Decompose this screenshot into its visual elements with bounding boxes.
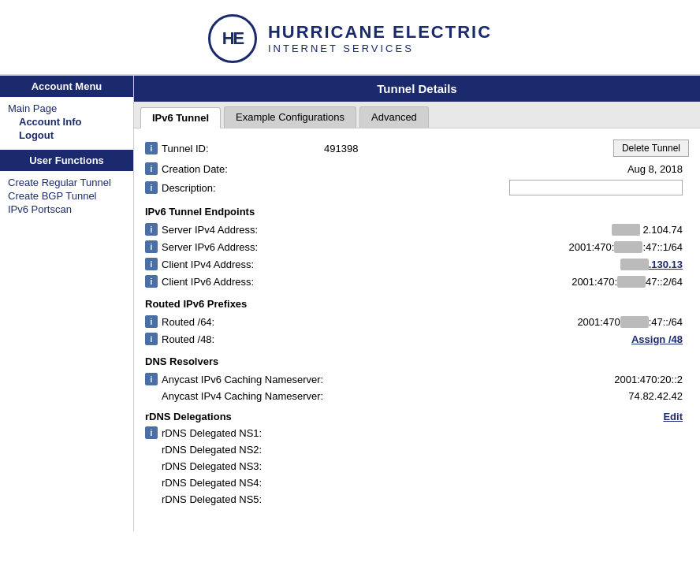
anycast-ipv6-icon: i bbox=[145, 373, 158, 385]
content-area: i Tunnel ID: 491398 Delete Tunnel i Crea… bbox=[134, 128, 700, 515]
anycast-ipv4-value: 74.82.42.42 bbox=[323, 390, 689, 402]
anycast-ipv6-value: 2001:470:20::2 bbox=[323, 374, 689, 385]
logo-icon: HE bbox=[208, 14, 257, 63]
tunnel-id-label: Tunnel ID: bbox=[162, 143, 319, 154]
server-ipv4-icon: i bbox=[145, 223, 158, 236]
routed64-value: 2001:470 :47::/64 bbox=[319, 316, 689, 328]
endpoints-section-title: IPv6 Tunnel Endpoints bbox=[145, 206, 689, 218]
tab-example-configurations[interactable]: Example Configurations bbox=[224, 106, 356, 128]
routed64-icon: i bbox=[145, 315, 158, 328]
page-title: Tunnel Details bbox=[134, 76, 700, 102]
routed48-label: Routed /48: bbox=[162, 333, 319, 345]
account-menu-title: Account Menu bbox=[0, 76, 133, 97]
logo-text: HURRICANE ELECTRIC INTERNET SERVICES bbox=[268, 23, 492, 54]
sidebar-item-create-bgp-tunnel[interactable]: Create BGP Tunnel bbox=[8, 189, 125, 203]
client-ipv6-row: i Client IPv6 Address: 2001:470: 47::2/6… bbox=[145, 273, 689, 290]
description-value bbox=[319, 180, 689, 195]
routed48-icon: i bbox=[145, 333, 158, 345]
server-ipv4-row: i Server IPv4 Address: 2.104.74 bbox=[145, 221, 689, 238]
anycast-ipv4-row: Anycast IPv4 Caching Nameserver: 74.82.4… bbox=[145, 388, 689, 404]
server-ipv4-label: Server IPv4 Address: bbox=[162, 224, 319, 236]
rdns-ns1-row: i rDNS Delegated NS1: bbox=[145, 424, 689, 441]
description-icon: i bbox=[145, 181, 158, 194]
rdns-edit-button[interactable]: Edit bbox=[663, 411, 689, 422]
server-ipv6-row: i Server IPv6 Address: 2001:470: :47::1/… bbox=[145, 238, 689, 255]
routed48-row: i Routed /48: Assign /48 bbox=[145, 330, 689, 348]
dns-section-title: DNS Resolvers bbox=[145, 355, 689, 367]
rdns-ns4-label: rDNS Delegated NS4: bbox=[162, 477, 319, 489]
anycast-ipv4-label: Anycast IPv4 Caching Nameserver: bbox=[162, 390, 323, 402]
anycast-ipv6-label: Anycast IPv6 Caching Nameserver: bbox=[162, 374, 323, 385]
sidebar-item-create-regular-tunnel[interactable]: Create Regular Tunnel bbox=[8, 176, 125, 189]
client-ipv4-value[interactable]: .130.13 bbox=[319, 259, 689, 270]
description-row: i Description: bbox=[145, 177, 689, 198]
server-ipv6-value: 2001:470: :47::1/64 bbox=[319, 241, 689, 253]
sidebar-item-main-page[interactable]: Main Page bbox=[8, 102, 125, 115]
client-ipv4-icon: i bbox=[145, 258, 158, 270]
client-ipv4-row: i Client IPv4 Address: .130.13 bbox=[145, 255, 689, 273]
creation-date-label: Creation Date: bbox=[162, 163, 319, 175]
account-links: Main Page Account Info Logout bbox=[0, 97, 133, 150]
rdns-header: rDNS Delegations Edit bbox=[145, 411, 689, 422]
routed64-label: Routed /64: bbox=[162, 316, 319, 328]
delete-tunnel-button[interactable]: Delete Tunnel bbox=[613, 140, 689, 157]
rdns-ns4-row: rDNS Delegated NS4: bbox=[145, 474, 689, 491]
main-layout: Account Menu Main Page Account Info Logo… bbox=[0, 74, 700, 531]
sidebar-item-ipv6-portscan[interactable]: IPv6 Portscan bbox=[8, 203, 125, 216]
description-label: Description: bbox=[162, 182, 319, 194]
rdns-ns3-row: rDNS Delegated NS3: bbox=[145, 458, 689, 474]
routed48-value[interactable]: Assign /48 bbox=[319, 333, 689, 345]
server-ipv4-value: 2.104.74 bbox=[319, 224, 689, 236]
tab-ipv6-tunnel[interactable]: IPv6 Tunnel bbox=[140, 107, 221, 128]
client-ipv6-value: 2001:470: 47::2/64 bbox=[319, 276, 689, 288]
server-ipv6-label: Server IPv6 Address: bbox=[162, 241, 319, 253]
server-ipv6-icon: i bbox=[145, 240, 158, 253]
tab-bar: IPv6 Tunnel Example Configurations Advan… bbox=[134, 102, 700, 128]
tunnel-id-icon: i bbox=[145, 142, 158, 154]
client-ipv4-label: Client IPv4 Address: bbox=[162, 259, 319, 270]
rdns-title: rDNS Delegations bbox=[145, 411, 232, 422]
creation-date-row: i Creation Date: Aug 8, 2018 bbox=[145, 160, 689, 177]
creation-date-icon: i bbox=[145, 162, 158, 175]
sidebar: Account Menu Main Page Account Info Logo… bbox=[0, 76, 134, 531]
sidebar-item-logout[interactable]: Logout bbox=[8, 128, 125, 142]
rdns-ns2-label: rDNS Delegated NS2: bbox=[162, 444, 319, 456]
rdns-ns1-icon: i bbox=[145, 426, 158, 439]
rdns-ns5-label: rDNS Delegated NS5: bbox=[162, 493, 319, 505]
routed64-row: i Routed /64: 2001:470 :47::/64 bbox=[145, 313, 689, 330]
tunnel-id-row: i Tunnel ID: 491398 Delete Tunnel bbox=[145, 136, 689, 160]
user-functions-title: User Functions bbox=[0, 150, 133, 171]
company-name: HURRICANE ELECTRIC bbox=[268, 23, 492, 42]
tab-advanced[interactable]: Advanced bbox=[359, 106, 429, 128]
description-input[interactable] bbox=[509, 180, 683, 195]
sidebar-item-account-info[interactable]: Account Info bbox=[8, 115, 125, 128]
rdns-ns5-row: rDNS Delegated NS5: bbox=[145, 491, 689, 508]
rdns-ns1-label: rDNS Delegated NS1: bbox=[162, 427, 319, 439]
anycast-ipv6-row: i Anycast IPv6 Caching Nameserver: 2001:… bbox=[145, 370, 689, 388]
page-header: HE HURRICANE ELECTRIC INTERNET SERVICES bbox=[0, 0, 700, 74]
company-sub: INTERNET SERVICES bbox=[268, 43, 492, 54]
client-ipv6-label: Client IPv6 Address: bbox=[162, 276, 319, 288]
main-content: Tunnel Details IPv6 Tunnel Example Confi… bbox=[134, 76, 700, 531]
user-function-links: Create Regular Tunnel Create BGP Tunnel … bbox=[0, 171, 133, 224]
creation-date-value: Aug 8, 2018 bbox=[319, 163, 689, 175]
client-ipv6-icon: i bbox=[145, 275, 158, 288]
routed-section-title: Routed IPv6 Prefixes bbox=[145, 298, 689, 310]
rdns-ns2-row: rDNS Delegated NS2: bbox=[145, 441, 689, 458]
tunnel-id-value: 491398 bbox=[324, 143, 358, 154]
rdns-ns3-label: rDNS Delegated NS3: bbox=[162, 460, 319, 472]
